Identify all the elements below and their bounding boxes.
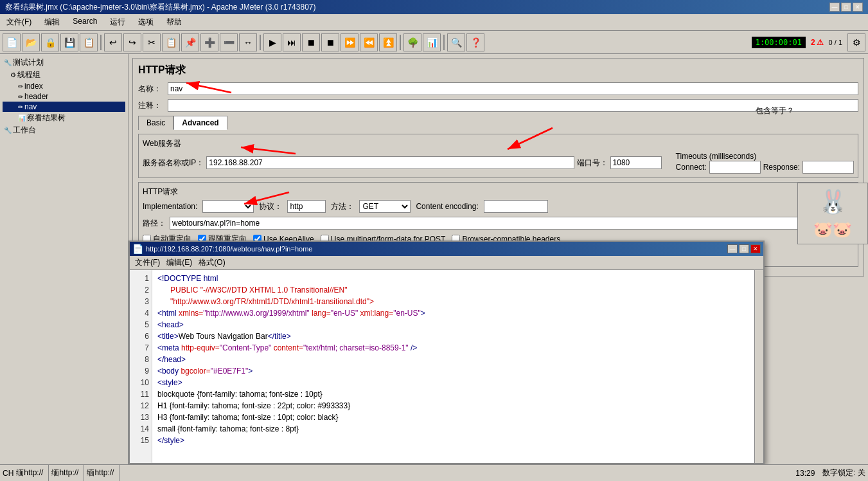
toolbar-search[interactable]: 🔍: [447, 33, 465, 51]
sidebar-item-index[interactable]: ✏ index: [3, 81, 125, 91]
sidebar-item-header[interactable]: ✏ header: [3, 91, 125, 102]
maximize-button[interactable]: □: [841, 3, 851, 12]
name-input[interactable]: [168, 82, 858, 95]
browser-menu-format[interactable]: 格式(O): [199, 257, 225, 268]
browser-content: 12345 678910 1112131415 <!DOCTYPE html P…: [130, 270, 763, 463]
tab-advanced[interactable]: Advanced: [173, 116, 227, 130]
toolbar-fast-fwd[interactable]: ⏫: [379, 33, 397, 51]
sep1: [100, 35, 102, 50]
impl-select[interactable]: [202, 200, 254, 213]
toolbar-new[interactable]: 📄: [3, 33, 21, 51]
path-input[interactable]: [170, 217, 854, 230]
sidebar-item-header-label: header: [24, 92, 48, 101]
browser-url-title: http://192.168.88.207:1080/webtours/nav.…: [146, 245, 312, 253]
connect-label: Connect:: [676, 163, 707, 172]
method-select[interactable]: GET POST: [359, 200, 411, 213]
toolbar-tree[interactable]: 🌳: [403, 33, 421, 51]
mascot-icon2: 🐷🐷: [803, 221, 862, 239]
toolbar-stop[interactable]: ⏹: [302, 33, 320, 51]
code-line-9: <body bgcolor="#E0E7F1">: [157, 365, 749, 377]
warning-badge: 2 ⚠: [811, 38, 824, 47]
port-input[interactable]: [610, 156, 662, 169]
pass-fail-display: 0 / 1: [829, 39, 842, 46]
toolbar-settings[interactable]: ⚙: [847, 33, 865, 51]
code-content: <!DOCTYPE html PUBLIC "-//W3C//DTD XHTML…: [152, 270, 754, 463]
code-line-4: <html xmlns="http://www.w3.org/1999/xhtm…: [157, 307, 749, 319]
timeout-row: Connect: Response:: [676, 161, 854, 174]
proto-input[interactable]: [287, 200, 326, 213]
browser-menu-file[interactable]: 文件(F): [135, 257, 160, 268]
impl-row: Implementation: 协议： 方法： GET POST Content…: [143, 200, 854, 213]
toolbar-prev[interactable]: ⏪: [360, 33, 378, 51]
workbench-icon: 🔧: [4, 127, 12, 134]
toolbar-redo[interactable]: ↪: [123, 33, 141, 51]
sidebar-item-nav-label: nav: [24, 102, 37, 111]
toolbar-open[interactable]: 📂: [22, 33, 40, 51]
code-line-13: H3 {font-family: tahoma; font-size : 10p…: [157, 412, 749, 423]
menu-help[interactable]: 帮助: [163, 15, 186, 29]
sidebar-item-result-tree-label: 察看结果树: [27, 113, 66, 123]
title-bar: 察看结果树.jmx (C:\apache-jmeter-3.0\bin\察看结果…: [0, 0, 868, 14]
sidebar-item-test-plan[interactable]: 🔧 测试计划: [3, 57, 125, 69]
browser-title-bar: 📄 http://192.168.88.207:1080/webtours/na…: [130, 242, 763, 256]
header-icon: ✏: [18, 93, 23, 100]
server-input[interactable]: [206, 156, 574, 169]
browser-minimize[interactable]: —: [727, 244, 738, 253]
menu-options[interactable]: 选项: [134, 15, 157, 29]
close-button[interactable]: ✕: [853, 3, 863, 12]
sidebar-item-test-plan-label: 测试计划: [13, 57, 44, 68]
browser-scrollbar[interactable]: [754, 270, 763, 463]
toolbar-play-all[interactable]: ⏭: [283, 33, 301, 51]
toolbar-undo[interactable]: ↩: [104, 33, 122, 51]
menu-edit[interactable]: 编辑: [40, 15, 64, 29]
toolbar-graph[interactable]: 📊: [423, 33, 441, 51]
sep4: [443, 35, 445, 50]
right-label-1: 包含等于？: [756, 105, 794, 116]
toolbar-help[interactable]: ❓: [466, 33, 484, 51]
warning-count: 2: [811, 38, 815, 47]
browser-maximize[interactable]: □: [739, 244, 749, 253]
sidebar-item-result-tree[interactable]: 📊 察看结果树: [3, 112, 125, 124]
minimize-button[interactable]: —: [829, 3, 840, 12]
menu-run[interactable]: 运行: [106, 15, 129, 29]
toolbar-expand[interactable]: ➕: [200, 33, 218, 51]
name-field-row: 名称：: [138, 82, 858, 95]
browser-close[interactable]: ✕: [750, 244, 761, 253]
content-enc-input[interactable]: [484, 200, 548, 213]
window-controls: — □ ✕: [829, 3, 863, 12]
code-line-2: PUBLIC "-//W3C//DTD XHTML 1.0 Transition…: [157, 284, 749, 296]
tab-basic[interactable]: Basic: [138, 116, 173, 130]
connect-input[interactable]: [709, 161, 761, 174]
browser-menu-edit[interactable]: 编辑(E): [166, 257, 192, 268]
menu-search[interactable]: Search: [69, 15, 101, 29]
path-label: 路径：: [143, 218, 166, 229]
toolbar-collapse[interactable]: ➖: [220, 33, 238, 51]
toolbar-next[interactable]: ⏩: [341, 33, 359, 51]
response-input[interactable]: [802, 161, 854, 174]
toolbar-saveas[interactable]: 📋: [80, 33, 98, 51]
code-line-11: blockquote {font-family: tahoma; font-si…: [157, 388, 749, 400]
line-numbers: 12345 678910 1112131415: [130, 270, 152, 463]
main-tab-bar: Basic Advanced: [138, 116, 858, 130]
toolbar-save[interactable]: 💾: [60, 33, 78, 51]
timer-display: 1:00:00:01: [752, 37, 806, 48]
code-line-10: <style>: [157, 377, 749, 388]
http-section-title: HTTP请求: [143, 186, 854, 197]
sidebar-item-thread-group[interactable]: ⚙ 线程组: [3, 69, 125, 81]
sidebar-item-index-label: index: [24, 82, 43, 91]
sidebar-item-workbench[interactable]: 🔧 工作台: [3, 124, 125, 136]
timeouts-section: Timeouts (milliseconds) Connect: Respons…: [676, 152, 854, 174]
comment-input[interactable]: [168, 99, 858, 112]
toolbar-save-lock[interactable]: 🔒: [41, 33, 59, 51]
toolbar-toggle[interactable]: ↔: [239, 33, 257, 51]
main-layout: 🔧 测试计划 ⚙ 线程组 ✏ index ✏ header ✏ nav 📊 察看…: [0, 54, 868, 464]
comment-field-row: 注释：: [138, 99, 858, 112]
impl-label: Implementation:: [143, 202, 197, 211]
sidebar-item-nav[interactable]: ✏ nav: [3, 102, 125, 112]
menu-file[interactable]: 文件(F): [3, 15, 35, 29]
toolbar-play[interactable]: ▶: [263, 33, 281, 51]
toolbar-copy[interactable]: 📋: [162, 33, 180, 51]
toolbar-cut[interactable]: ✂: [143, 33, 161, 51]
toolbar-paste[interactable]: 📌: [181, 33, 199, 51]
toolbar-stop-all[interactable]: ⏹: [321, 33, 339, 51]
